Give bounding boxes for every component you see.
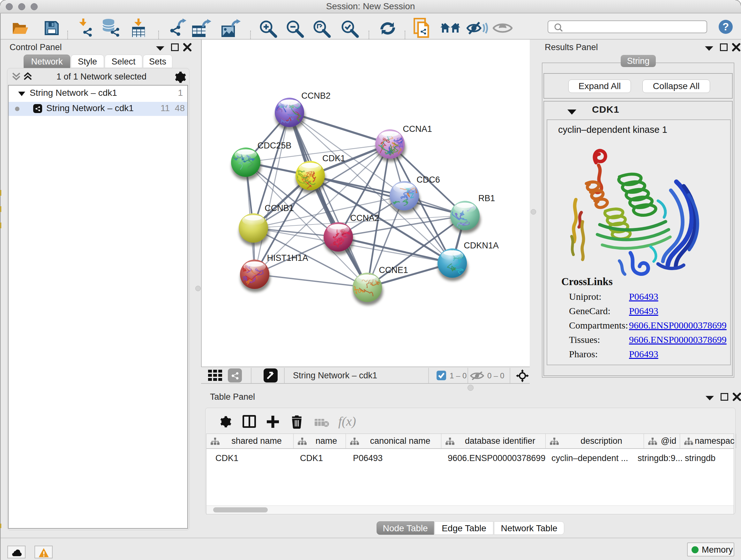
svg-text:CCNA2: CCNA2 [350, 213, 380, 223]
svg-text:CCNE1: CCNE1 [379, 265, 408, 275]
svg-text:CDKN1A: CDKN1A [464, 241, 499, 250]
svg-text:CDC25B: CDC25B [258, 141, 292, 150]
svg-text:HIST1H1A: HIST1H1A [267, 253, 308, 263]
svg-text:CCNB1: CCNB1 [265, 203, 294, 213]
svg-text:RB1: RB1 [478, 193, 495, 203]
svg-text:CCNA1: CCNA1 [403, 124, 432, 134]
svg-text:CCNB2: CCNB2 [301, 91, 331, 101]
svg-text:CDK1: CDK1 [322, 153, 345, 163]
svg-text:CDC6: CDC6 [416, 175, 440, 185]
